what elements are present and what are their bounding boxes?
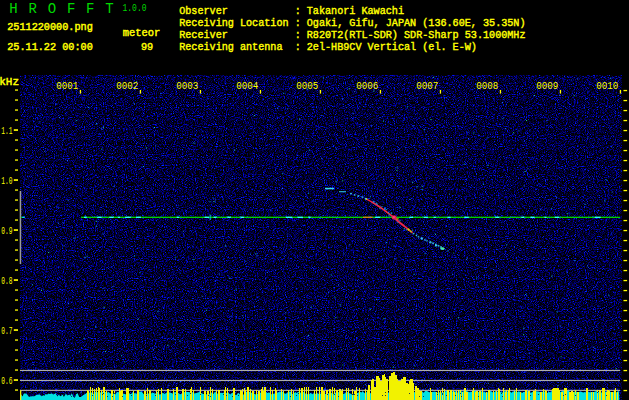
svg-text:99: 99 [141, 42, 153, 53]
svg-text:0005: 0005 [296, 79, 318, 92]
svg-text:0002: 0002 [116, 79, 138, 92]
svg-text:0006: 0006 [356, 79, 378, 92]
svg-text:0.8: 0.8 [1, 274, 12, 287]
svg-text:0.7: 0.7 [1, 324, 12, 337]
svg-text:0.6: 0.6 [1, 374, 12, 387]
svg-text:1.1: 1.1 [1, 124, 12, 137]
svg-text:Receiving antenna : 2el-HB9CV: Receiving antenna : 2el-HB9CV Vertical (… [179, 42, 477, 53]
svg-text:0003: 0003 [176, 79, 198, 92]
svg-text:Observer : Takanori: Observer : Takanori Kawachi [179, 6, 404, 17]
svg-text:0007: 0007 [416, 79, 438, 92]
svg-text:0008: 0008 [476, 79, 498, 92]
svg-text:meteor: meteor [123, 27, 160, 39]
svg-text:kHz: kHz [0, 76, 19, 88]
svg-text:0009: 0009 [536, 79, 558, 92]
svg-text:1.0.0: 1.0.0 [123, 3, 147, 14]
svg-text:Receiver : R820T2(RT: Receiver : R820T2(RTL-SDR) SDR-Sharp 53.… [179, 30, 525, 41]
svg-text:25.11.22 00:00: 25.11.22 00:00 [7, 42, 93, 53]
svg-text:HROFFT: HROFFT [9, 1, 124, 17]
svg-text:0.9: 0.9 [1, 224, 12, 237]
svg-text:Receiving Location : Ogaki, Gi: Receiving Location : Ogaki, Gifu, JAPAN … [179, 18, 525, 29]
svg-text:0010: 0010 [596, 79, 618, 92]
svg-text:1.0: 1.0 [1, 174, 12, 187]
svg-text:0001: 0001 [56, 79, 78, 92]
svg-text:0004: 0004 [236, 79, 258, 92]
svg-text:2511220000.png: 2511220000.png [7, 22, 93, 33]
